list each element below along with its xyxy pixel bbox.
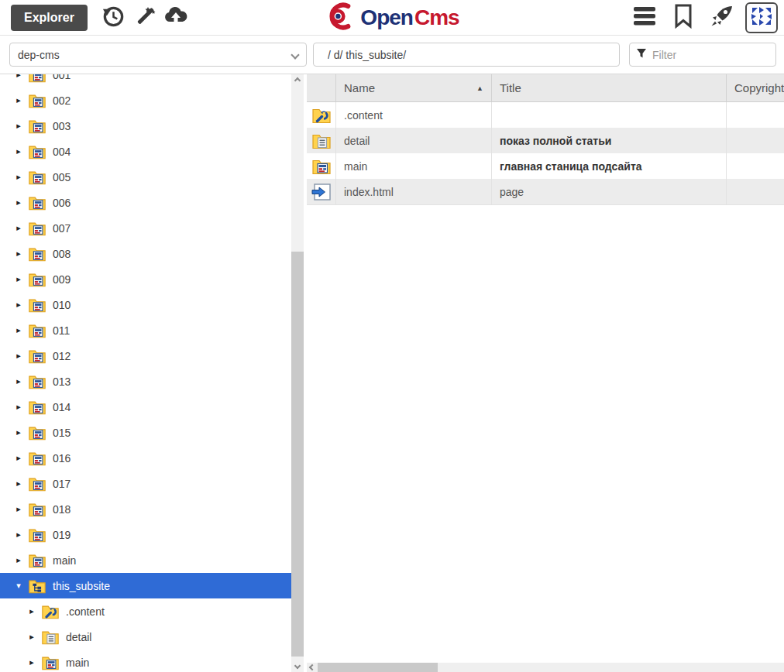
icon-slot [28, 372, 46, 391]
tree-scrollbar[interactable] [291, 74, 304, 672]
menu-button[interactable] [629, 2, 660, 33]
expand-arrow-icon[interactable]: ▸ [12, 274, 25, 284]
icon-slot [28, 475, 46, 493]
expand-arrow-icon[interactable]: ▸ [26, 657, 38, 667]
explorer-button[interactable]: Explorer [11, 5, 88, 31]
icon-slot [41, 628, 60, 646]
expand-arrow-icon[interactable]: ▸ [26, 632, 38, 642]
expand-arrow-icon[interactable]: ▸ [12, 530, 25, 540]
tree-item[interactable]: ▸ 004 [0, 139, 291, 164]
row-title: page [500, 186, 524, 198]
tree-item[interactable]: ▸ 008 [0, 241, 291, 266]
expand-arrow-icon[interactable]: ▾ [12, 581, 25, 591]
expand-arrow-icon[interactable]: ▸ [12, 172, 25, 182]
expand-arrow-icon[interactable]: ▸ [12, 555, 25, 565]
tree-item[interactable]: ▸ 003 [0, 113, 291, 139]
row-name: detail [344, 135, 370, 147]
tree-item[interactable]: ▸ 011 [0, 317, 291, 343]
tree-item-label: 012 [53, 350, 70, 362]
icon-slot [28, 577, 46, 595]
site-selector[interactable]: dep-cms [9, 43, 307, 67]
scroll-up-button[interactable] [291, 74, 304, 87]
layout-folder-icon [41, 653, 60, 672]
tree-item[interactable]: ▸ 009 [0, 266, 291, 292]
icon-slot [28, 270, 46, 289]
path-input[interactable] [328, 43, 611, 66]
tree-item[interactable]: ▸ 019 [0, 522, 291, 547]
table-row[interactable]: detail показ полной статьи [307, 128, 784, 153]
tree-item[interactable]: ▸ 012 [0, 343, 291, 369]
layout-folder-icon [28, 551, 46, 570]
expand-arrow-icon[interactable]: ▸ [12, 504, 25, 514]
expand-arrow-icon[interactable]: ▸ [12, 427, 25, 437]
publish-button[interactable] [707, 2, 738, 33]
tree-item-label: 010 [53, 299, 70, 311]
expand-arrow-icon[interactable]: ▸ [12, 300, 25, 310]
tree-item[interactable]: ▸ 013 [0, 369, 291, 394]
column-header-icon[interactable] [307, 74, 336, 101]
table-h-scrollbar[interactable] [307, 663, 784, 672]
expand-arrow-icon[interactable]: ▸ [12, 376, 25, 386]
column-header-copyright[interactable]: Copyright [727, 74, 784, 101]
tree-item[interactable]: ▸ 016 [0, 445, 291, 471]
tree-scrollbar-thumb[interactable] [291, 252, 304, 657]
tree-item-label: 019 [53, 529, 70, 541]
chevron-down-icon [294, 663, 301, 669]
expand-arrow-icon[interactable]: ▸ [12, 351, 25, 361]
expand-arrow-icon[interactable]: ▸ [12, 121, 25, 131]
tree-item[interactable]: ▸ 005 [0, 164, 291, 190]
tree-item[interactable]: ▸ main [0, 547, 291, 573]
app-launcher-icon [750, 5, 773, 29]
scroll-down-button[interactable] [291, 660, 304, 672]
icon-slot [28, 245, 46, 263]
expand-arrow-icon[interactable]: ▸ [12, 402, 25, 412]
tree-item[interactable]: ▸ 010 [0, 292, 291, 317]
expand-arrow-icon[interactable]: ▸ [12, 74, 25, 80]
tree-item-label: 004 [53, 146, 70, 158]
tree-item[interactable]: ▸ 001 [0, 74, 291, 87]
table-row[interactable]: index.html page [307, 179, 784, 204]
filter-input[interactable] [652, 49, 769, 61]
tree-item-label: 015 [53, 427, 70, 439]
table-row[interactable]: .content [307, 102, 784, 128]
wizard-button[interactable] [129, 2, 160, 33]
expand-arrow-icon[interactable]: ▸ [12, 453, 25, 463]
row-title: главная станица подсайта [500, 160, 642, 173]
tree-item[interactable]: ▸ main [0, 650, 291, 672]
wrench-folder-icon [41, 602, 60, 621]
scroll-left-button[interactable] [307, 663, 318, 672]
table-row[interactable]: main главная станица подсайта [307, 153, 784, 179]
tree-item[interactable]: ▸ 017 [0, 471, 291, 496]
expand-arrow-icon[interactable]: ▸ [26, 606, 38, 616]
app-launcher-button[interactable] [745, 2, 778, 33]
column-header-title[interactable]: Title [492, 74, 727, 101]
expand-arrow-icon[interactable]: ▸ [12, 249, 25, 259]
tree-item[interactable]: ▸ 018 [0, 496, 291, 522]
tree-item[interactable]: ▸ detail [0, 624, 291, 650]
tree-item[interactable]: ▸ 015 [0, 420, 291, 445]
file-table-panel: Name ▲ Title Copyright .content detail п… [307, 74, 784, 672]
expand-arrow-icon[interactable]: ▸ [12, 197, 25, 207]
tree-item[interactable]: ▾ this_subsite [0, 573, 291, 598]
table-h-scrollbar-thumb[interactable] [318, 663, 438, 672]
tree-item[interactable]: ▸ 006 [0, 190, 291, 215]
icon-slot [28, 296, 46, 314]
chevron-down-icon [291, 50, 299, 59]
expand-arrow-icon[interactable]: ▸ [12, 146, 25, 156]
history-button[interactable] [98, 2, 129, 33]
tree-item-label: 006 [53, 197, 70, 209]
layout-folder-icon [28, 168, 46, 187]
expand-arrow-icon[interactable]: ▸ [12, 95, 25, 105]
upload-button[interactable] [160, 2, 191, 33]
tree-item[interactable]: ▸ 014 [0, 394, 291, 420]
tree-item[interactable]: ▸ .content [0, 598, 291, 624]
tree-item[interactable]: ▸ 002 [0, 87, 291, 113]
expand-arrow-icon[interactable]: ▸ [12, 223, 25, 233]
column-header-name[interactable]: Name ▲ [336, 74, 492, 101]
expand-arrow-icon[interactable]: ▸ [12, 325, 25, 335]
expand-arrow-icon[interactable]: ▸ [12, 478, 25, 489]
bookmark-button[interactable] [668, 2, 699, 33]
row-copyright-cell [727, 102, 784, 128]
table-header-row: Name ▲ Title Copyright [307, 74, 784, 102]
tree-item[interactable]: ▸ 007 [0, 215, 291, 241]
